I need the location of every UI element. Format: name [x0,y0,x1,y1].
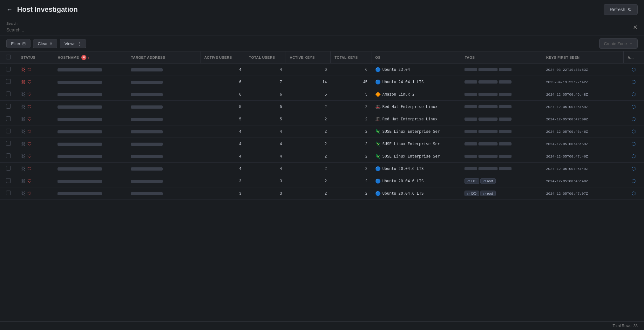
row-action[interactable]: ⬡ [624,163,644,175]
action-button[interactable]: ⬡ [632,116,636,122]
col-total-keys[interactable]: TOTAL KEYS [330,51,371,64]
row-checkbox[interactable] [6,67,11,71]
row-action[interactable]: ⬡ [624,125,644,138]
refresh-button[interactable]: Refresh ↻ [604,4,638,15]
os-name: Amazon Linux 2 [383,92,415,97]
redacted-target [131,155,163,158]
row-check[interactable] [0,125,17,138]
row-os: 🎩 Red Hat Enterprise Linux [371,101,461,113]
col-tags[interactable]: TAGS [461,51,542,64]
row-checkbox[interactable] [6,129,11,133]
row-tags: 🏷DO🏷root [461,187,542,200]
back-button[interactable]: ← [6,6,13,13]
redacted-tag-1 [464,155,477,158]
action-button[interactable]: ⬡ [632,178,636,184]
row-checkbox[interactable] [6,191,11,195]
redacted-target [131,143,163,146]
row-checkbox[interactable] [6,141,11,146]
select-all-checkbox[interactable] [6,55,11,59]
row-action[interactable]: ⬡ [624,76,644,88]
row-checkbox[interactable] [6,104,11,109]
row-action[interactable]: ⬡ [624,113,644,125]
row-checkbox[interactable] [6,153,11,158]
row-action[interactable]: ⬡ [624,150,644,163]
col-active-users[interactable]: ACTIVE USERS [200,51,245,64]
row-check[interactable] [0,150,17,163]
row-target [127,175,200,187]
os-icon: 🔵 [375,178,381,184]
col-status[interactable]: STATUS [17,51,54,64]
filter-button[interactable]: Filter ⊞ [6,39,31,48]
row-checkbox[interactable] [6,91,11,96]
row-action[interactable]: ⬡ [624,138,644,150]
tags-cell [464,167,538,170]
timestamp-value: 2024-12-05T00:46:59Z [546,105,588,109]
row-check[interactable] [0,113,17,125]
row-action[interactable]: ⬡ [624,88,644,101]
redacted-tag-2 [478,155,498,158]
row-check[interactable] [0,163,17,175]
action-button[interactable]: ⬡ [632,104,636,110]
col-action[interactable]: A... [624,51,644,64]
os-name: Red Hat Enterprise Linux [383,117,437,121]
col-hostname[interactable]: HOSTNAME 4 ↑ [54,51,127,64]
row-checkbox[interactable] [6,79,11,84]
row-action[interactable]: ⬡ [624,175,644,187]
row-active-keys: 2 [286,113,330,125]
action-button[interactable]: ⬡ [632,153,636,159]
col-os[interactable]: OS [371,51,461,64]
row-total-keys: 2 [330,138,371,150]
action-button[interactable]: ⬡ [632,79,636,85]
timestamp-value: 2024-12-05T00:46:48Z [546,179,588,183]
redacted-tag-2 [478,93,498,96]
row-hostname [54,150,127,163]
row-checkbox[interactable] [6,116,11,121]
col-total-users[interactable]: TOTAL USERS [245,51,286,64]
row-hostname [54,163,127,175]
views-button[interactable]: Views ⋮ [60,39,86,48]
row-check[interactable] [0,76,17,88]
row-check[interactable] [0,88,17,101]
os-name: Ubuntu 24.04.1 LTS [383,80,424,84]
row-check[interactable] [0,187,17,200]
col-target[interactable]: TARGET ADDRESS [127,51,200,64]
tags-cell: 🏷DO🏷root [464,191,538,196]
row-hostname [54,187,127,200]
row-active-users: 4 [200,125,245,138]
row-checkbox[interactable] [6,166,11,171]
back-icon: ← [6,6,13,13]
row-check[interactable] [0,175,17,187]
os-name: Red Hat Enterprise Linux [383,104,437,109]
action-button[interactable]: ⬡ [632,129,636,134]
row-action[interactable]: ⬡ [624,187,644,200]
table-header: STATUS HOSTNAME 4 ↑ TARGET ADDRESS ACTIV… [0,51,644,64]
row-check[interactable] [0,101,17,113]
action-button[interactable]: ⬡ [632,166,636,172]
redacted-target [131,180,163,183]
action-button[interactable]: ⬡ [632,91,636,97]
network-icon: ⬡ [632,129,636,134]
search-input[interactable] [6,26,638,34]
clear-button[interactable]: Clear ✕ [33,39,57,48]
row-action[interactable]: ⬡ [624,101,644,113]
row-check[interactable] [0,138,17,150]
row-action[interactable]: ⬡ [624,64,644,76]
row-timestamp: 2024-12-05T00:47:07Z [542,187,624,200]
redacted-hostname [58,105,102,109]
redacted-tag-3 [499,155,512,158]
col-active-keys[interactable]: ACTIVE KEYS [286,51,330,64]
action-button[interactable]: ⬡ [632,191,636,196]
search-input-wrap [6,26,638,34]
action-button[interactable]: ⬡ [632,141,636,147]
search-close-button[interactable]: ✕ [633,24,638,31]
create-zone-button[interactable]: Create Zone ＋ [599,38,638,49]
row-total-keys: 5 [330,88,371,101]
row-checkbox[interactable] [6,178,11,183]
row-total-users: 7 [245,76,286,88]
row-check[interactable] [0,64,17,76]
col-keys-first[interactable]: KEYS FIRST SEEN [542,51,624,64]
col-check[interactable] [0,51,17,64]
action-button[interactable]: ⬡ [632,67,636,72]
row-timestamp: 2024-12-05T00:46:48Z [542,88,624,101]
table-body: ⛓ 🛡 4 4 6 6 🔵 Ubuntu 23.04 [0,64,644,200]
